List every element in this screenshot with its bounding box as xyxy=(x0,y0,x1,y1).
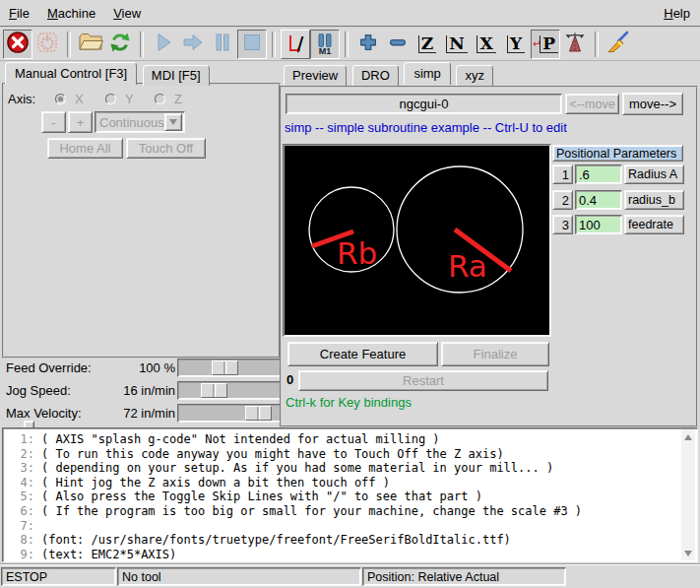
subroutine-preview-canvas: Rb Ra xyxy=(283,144,551,337)
view-z-button[interactable]: Z xyxy=(413,30,442,59)
max-velocity-value: 72 in/min xyxy=(112,406,175,421)
estop-icon xyxy=(6,31,30,57)
param-2-number: 2 xyxy=(552,190,573,210)
toggle-skip-lines-button[interactable]: / xyxy=(281,30,310,59)
arrow-up-icon xyxy=(684,434,692,440)
feed-override-value: 100 % xyxy=(112,360,175,375)
estop-button[interactable] xyxy=(3,30,32,59)
run-button[interactable] xyxy=(149,30,178,59)
move-right-button[interactable]: move--> xyxy=(622,93,683,115)
param-3-name: feedrate xyxy=(624,215,684,234)
toolbar-separator xyxy=(67,32,71,57)
axis-radio-z[interactable] xyxy=(155,94,165,104)
tab-preview[interactable]: Preview xyxy=(284,65,347,86)
jog-speed-slider-handle[interactable] xyxy=(201,383,227,398)
step-button[interactable] xyxy=(178,30,208,59)
run-icon xyxy=(152,31,175,57)
tab-xyz[interactable]: xyz xyxy=(456,65,493,86)
jog-speed-slider[interactable] xyxy=(177,381,282,400)
param-1-name: Radius A xyxy=(624,164,684,184)
stop-button[interactable] xyxy=(237,30,267,59)
jog-mode-combobox[interactable]: Continuous xyxy=(95,111,185,133)
zoom-out-button[interactable] xyxy=(383,30,413,59)
toggle-skip-lines-icon: / xyxy=(287,33,304,55)
toolbar: / M1 Z N X Y xyxy=(0,28,700,61)
feed-override-slider-handle[interactable] xyxy=(212,360,238,375)
statusbar: ESTOP No tool Position: Relative Actual xyxy=(0,563,700,588)
view-y-button[interactable]: Y xyxy=(501,30,531,59)
feed-override-label: Feed Override: xyxy=(6,360,92,375)
param-2-entry[interactable]: 0.4 xyxy=(575,190,622,210)
gcode-line: 5:( Also press the Toggle Skip Lines wit… xyxy=(9,490,679,504)
pause-icon xyxy=(211,31,234,57)
move-left-button[interactable]: <--move xyxy=(565,94,619,114)
feed-override-slider[interactable] xyxy=(177,359,282,377)
stop-icon xyxy=(240,31,264,57)
clear-plot-button[interactable] xyxy=(604,30,633,59)
axis-radio-y-label: Y xyxy=(125,92,134,106)
view-p-button[interactable]: ↵ P xyxy=(531,30,560,59)
zoom-in-icon xyxy=(357,32,379,56)
menu-view[interactable]: View xyxy=(104,2,150,25)
max-velocity-row: Max Velocity: 72 in/min xyxy=(6,404,278,424)
small-circle-label: Rb xyxy=(337,235,377,271)
jog-speed-row: Jog Speed: 16 in/min xyxy=(6,381,278,401)
open-file-button[interactable] xyxy=(76,30,105,59)
machine-power-button[interactable] xyxy=(32,30,62,59)
view-x-button[interactable]: X xyxy=(472,30,501,59)
finalize-button[interactable]: Finalize xyxy=(441,342,549,366)
gcode-text-area[interactable]: 1:( AXIS "splash g-code" Not intended fo… xyxy=(2,427,698,562)
home-all-button[interactable]: Home All xyxy=(47,138,123,159)
rotate-view-button[interactable] xyxy=(560,30,590,59)
max-velocity-slider[interactable] xyxy=(177,404,282,423)
touch-off-button[interactable]: Touch Off xyxy=(126,138,206,159)
axis-radio-y[interactable] xyxy=(105,94,116,104)
gcode-line: 9:(text: EMC2*5*AXIS) xyxy=(9,548,679,562)
gcode-line: 3:( depending on your setup. As if you h… xyxy=(9,461,679,476)
menu-machine[interactable]: Machine xyxy=(38,2,104,25)
param-3-entry[interactable]: 100 xyxy=(575,215,622,234)
reload-file-icon xyxy=(108,31,132,57)
restart-count: 0 xyxy=(286,372,293,387)
create-feature-button[interactable]: Create Feature xyxy=(287,342,438,366)
machine-power-icon xyxy=(35,31,59,57)
jog-plus-button[interactable]: + xyxy=(68,111,93,133)
view-z-icon: Z xyxy=(418,35,436,53)
pause-button[interactable] xyxy=(208,30,237,59)
gcode-line: 4:( Hint jog the Z axis down a bit then … xyxy=(9,476,679,490)
reload-file-button[interactable] xyxy=(105,30,135,59)
zoom-in-button[interactable] xyxy=(353,30,383,59)
subroutine-subtitle: simp -- simple subroutine example -- Ctr… xyxy=(285,120,567,135)
toolbar-separator xyxy=(140,32,144,57)
zoom-out-icon xyxy=(387,32,409,56)
optional-pause-button[interactable]: M1 xyxy=(310,30,340,59)
view-z2-icon: N xyxy=(446,35,468,53)
scroll-up-button[interactable] xyxy=(682,430,694,443)
axis-radio-x[interactable] xyxy=(55,94,66,104)
gcode-scrollbar[interactable] xyxy=(681,429,695,560)
jog-mode-dropdown-button[interactable] xyxy=(164,113,182,131)
ngcgui-instance-label: ngcgui-0 xyxy=(400,97,449,111)
jog-minus-button[interactable]: - xyxy=(41,111,66,133)
tab-mdi[interactable]: MDI [F5] xyxy=(143,65,210,86)
view-z2-button[interactable]: N xyxy=(442,30,472,59)
tab-simp[interactable]: simp xyxy=(404,62,450,85)
menu-help[interactable]: Help xyxy=(654,2,700,25)
menu-file[interactable]: File xyxy=(0,2,38,25)
param-2-name: radius_b xyxy=(624,190,684,210)
positional-parameters-header: Positional Parameters xyxy=(552,145,683,162)
scroll-down-button[interactable] xyxy=(682,547,694,559)
max-velocity-slider-handle[interactable] xyxy=(245,406,272,421)
max-velocity-label: Max Velocity: xyxy=(6,406,82,421)
status-position: Position: Relative Actual xyxy=(362,567,566,586)
restart-button[interactable]: Restart xyxy=(298,370,548,391)
toolbar-separator xyxy=(345,32,349,57)
menubar: File Machine View Help xyxy=(0,0,700,28)
gcode-line: 6:( If the program is too big or small f… xyxy=(9,504,679,519)
axis-radio-x-label: X xyxy=(75,92,84,106)
param-1-number: 1 xyxy=(552,164,573,184)
param-1-entry[interactable]: .6 xyxy=(575,164,622,184)
large-circle-label: Ra xyxy=(448,248,487,284)
tab-manual-control[interactable]: Manual Control [F3] xyxy=(5,62,137,85)
tab-dro[interactable]: DRO xyxy=(352,65,399,86)
